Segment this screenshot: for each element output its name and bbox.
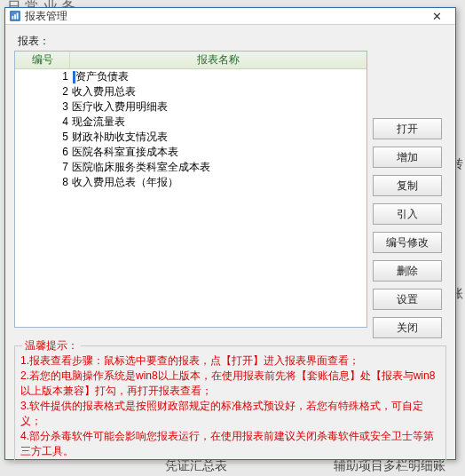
table-row[interactable]: 1资产负债表 bbox=[15, 69, 366, 84]
table-row[interactable]: 7医院临床服务类科室全成本表 bbox=[15, 160, 366, 175]
cell-id: 7 bbox=[15, 160, 70, 175]
hint-line-4: 4.部分杀毒软件可能会影响您报表运行，在使用报表前建议关闭杀毒软件或安全卫士等第… bbox=[20, 429, 440, 459]
col-header-name: 报表名称 bbox=[70, 52, 366, 68]
copy-button[interactable]: 复制 bbox=[373, 175, 442, 196]
table-header: 编号 报表名称 bbox=[15, 52, 366, 69]
hints-box: 温馨提示： 1.报表查看步骤：鼠标选中要查的报表，点【打开】进入报表界面查看； … bbox=[14, 345, 446, 464]
close-button[interactable]: 关闭 bbox=[373, 317, 442, 338]
titlebar[interactable]: 报表管理 ✕ bbox=[5, 8, 455, 25]
cell-name: 医疗收入费用明细表 bbox=[70, 99, 366, 115]
hints-legend: 温馨提示： bbox=[22, 338, 81, 353]
table-row[interactable]: 3医疗收入费用明细表 bbox=[15, 99, 366, 115]
cell-id: 1 bbox=[15, 69, 70, 84]
open-button[interactable]: 打开 bbox=[373, 118, 442, 139]
table-row[interactable]: 5财政补助收支情况表 bbox=[15, 130, 366, 145]
cell-name: 财政补助收支情况表 bbox=[70, 130, 366, 145]
cell-id: 2 bbox=[15, 84, 70, 99]
top-label: 报表： bbox=[18, 34, 446, 49]
cell-name: 收入费用总表（年报） bbox=[70, 175, 366, 190]
cell-id: 3 bbox=[15, 99, 70, 115]
import-button[interactable]: 引入 bbox=[373, 203, 442, 225]
cell-id: 6 bbox=[15, 145, 70, 160]
table-row[interactable]: 2收入费用总表 bbox=[15, 84, 366, 99]
svg-rect-3 bbox=[17, 13, 19, 20]
cell-id: 5 bbox=[15, 130, 70, 145]
add-button[interactable]: 增加 bbox=[373, 147, 442, 168]
report-manager-dialog: 报表管理 ✕ 报表： 编号 报表名称 1资产负债表2收入费用总表3医疗收入费用明… bbox=[4, 7, 456, 460]
hint-line-2: 2.若您的电脑操作系统是win8以上版本，在使用报表前先将【套账信息】处【报表与… bbox=[20, 369, 440, 399]
selection-cursor bbox=[73, 71, 75, 83]
svg-rect-2 bbox=[14, 14, 16, 19]
cell-id: 8 bbox=[15, 175, 70, 190]
settings-button[interactable]: 设置 bbox=[373, 289, 442, 310]
delete-button[interactable]: 删除 bbox=[373, 260, 442, 282]
report-icon bbox=[9, 10, 21, 22]
cell-id: 4 bbox=[15, 115, 70, 130]
dialog-title: 报表管理 bbox=[25, 9, 67, 24]
cell-name: 医院各科室直接成本表 bbox=[70, 145, 366, 160]
hint-line-3: 3.软件提供的报表格式是按照财政部规定的标准格式预设好，若您有特殊格式，可自定义… bbox=[20, 399, 440, 429]
col-header-id: 编号 bbox=[15, 52, 70, 68]
table-row[interactable]: 4现金流量表 bbox=[15, 115, 366, 130]
svg-rect-1 bbox=[12, 16, 14, 20]
table-row[interactable]: 6医院各科室直接成本表 bbox=[15, 145, 366, 160]
cell-name: 收入费用总表 bbox=[70, 84, 366, 99]
hint-line-1: 1.报表查看步骤：鼠标选中要查的报表，点【打开】进入报表界面查看； bbox=[20, 353, 440, 369]
cell-name: 现金流量表 bbox=[70, 115, 366, 130]
report-table[interactable]: 编号 报表名称 1资产负债表2收入费用总表3医疗收入费用明细表4现金流量表5财政… bbox=[14, 51, 367, 328]
cell-name: 资产负债表 bbox=[70, 69, 366, 84]
renumber-button[interactable]: 编号修改 bbox=[373, 232, 442, 253]
cell-name: 医院临床服务类科室全成本表 bbox=[70, 160, 366, 175]
close-icon[interactable]: ✕ bbox=[422, 8, 452, 24]
table-row[interactable]: 8收入费用总表（年报） bbox=[15, 175, 366, 190]
button-column: 打开 增加 复制 引入 编号修改 删除 设置 关闭 bbox=[373, 51, 442, 338]
